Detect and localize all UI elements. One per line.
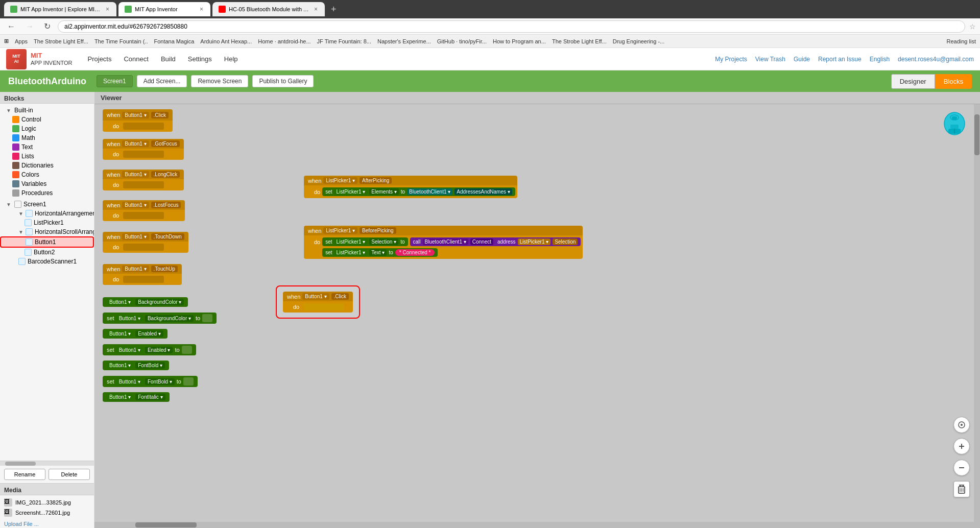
blocks-mode-button[interactable]: Blocks	[935, 74, 972, 89]
bookmark-1[interactable]: The Strobe Light Eff...	[34, 38, 88, 44]
bookmark-9[interactable]: How to Program an...	[493, 38, 546, 44]
sidebar-item-procedures[interactable]: Procedures	[0, 188, 94, 198]
button1-item[interactable]: Button1	[0, 236, 94, 248]
delete-button[interactable]: Delete	[49, 469, 90, 480]
rename-button[interactable]: Rename	[4, 469, 45, 480]
horizontal-arranger-item[interactable]: ▼ HorizontalArrangemer	[0, 209, 94, 218]
nav-build[interactable]: Build	[156, 53, 181, 65]
bookmark-icon[interactable]: ☆	[969, 22, 976, 31]
bookmark-7[interactable]: Napster's Experime...	[377, 38, 431, 44]
procs-label: Procedures	[21, 189, 53, 197]
btn1-chip-5: Button1 ▾	[122, 233, 149, 240]
tab3-close[interactable]: ×	[313, 6, 319, 13]
block-button1-gotfocus[interactable]: when Button1 ▾ .GotFocus do	[103, 139, 184, 160]
to-label-3: to	[177, 378, 181, 385]
tab-1[interactable]: MIT App Inventor | Explore MIT ... ×	[4, 2, 116, 16]
colors-icon	[12, 171, 19, 178]
block-btn1-enabled-setter[interactable]: set Button1 ▾ Enabled ▾ to	[103, 344, 196, 355]
do-slot-h	[303, 303, 344, 310]
block-button1-lostfocus[interactable]: when Button1 ▾ .LostFocus do	[103, 200, 185, 221]
btn1-fontbold-chip: Button1 ▾	[107, 362, 133, 369]
nav-help[interactable]: Help	[219, 53, 243, 65]
bookmark-10[interactable]: The Strobe Light Eff...	[552, 38, 607, 44]
tree-scrollbar[interactable]	[0, 461, 94, 466]
block-btn1-bgcolor-getter[interactable]: Button1 ▾ BackgroundColor ▾	[103, 297, 188, 307]
report-link[interactable]: Report an Issue	[818, 56, 862, 63]
block-btn1-fontbold-getter[interactable]: Button1 ▾ FontBold ▾	[103, 361, 169, 370]
bookmark-11[interactable]: Drug Engineering -...	[613, 38, 665, 44]
zoom-in-button[interactable]	[953, 438, 970, 454]
canvas-vscrollbar[interactable]	[974, 104, 980, 522]
upload-file-link[interactable]: Upload File ...	[0, 520, 94, 528]
project-name: BluetoothArduino	[8, 76, 86, 87]
btn2-label: Button2	[34, 249, 55, 256]
bookmark-3[interactable]: Fontana Magica	[154, 38, 194, 44]
reading-list[interactable]: Reading list	[947, 38, 976, 44]
media-item-2[interactable]: 🖼 Screensht...72601.jpg	[4, 508, 90, 518]
reload-button[interactable]: ↻	[41, 20, 54, 32]
sidebar-item-logic[interactable]: Logic	[0, 124, 94, 133]
designer-mode-button[interactable]: Designer	[891, 74, 935, 89]
when-label-5: when	[107, 234, 120, 240]
tab3-favicon	[219, 6, 226, 13]
button2-item[interactable]: Button2	[0, 248, 94, 257]
builtin-group[interactable]: ▼ Built-in	[0, 106, 94, 115]
horizontal-scroll-item[interactable]: ▼ HorizontalScrollArrang	[0, 227, 94, 236]
sidebar-item-variables[interactable]: Variables	[0, 179, 94, 188]
bookmark-8[interactable]: GitHub · tino/pyFir...	[437, 38, 487, 44]
sidebar-item-text[interactable]: Text	[0, 142, 94, 152]
tab2-close[interactable]: ×	[199, 6, 204, 13]
new-tab-button[interactable]: +	[327, 4, 341, 15]
sidebar-item-colors[interactable]: Colors	[0, 170, 94, 179]
block-btn1-fontitalic-getter[interactable]: Button1 ▾ FontItalic ▾	[103, 392, 170, 402]
publish-gallery-button[interactable]: Publish to Gallery	[252, 75, 314, 87]
block-btn1-enabled-getter[interactable]: Button1 ▾ Enabled ▾	[103, 329, 168, 339]
center-zoom-button[interactable]	[953, 417, 970, 433]
add-screen-button[interactable]: Add Screen...	[137, 75, 187, 87]
backpack-icon	[939, 109, 970, 140]
block-lp1-afterpicking[interactable]: when ListPicker1 ▾ AfterPicking do set L…	[304, 176, 517, 198]
block-lp1-beforepicking[interactable]: when ListPicker1 ▾ BeforePicking do set …	[304, 226, 583, 259]
sidebar-item-lists[interactable]: Lists	[0, 152, 94, 161]
nav-settings[interactable]: Settings	[183, 53, 217, 65]
bookmark-4[interactable]: Arduino Ant Hexap...	[200, 38, 252, 44]
block-button1-touchup[interactable]: when Button1 ▾ .TouchUp do	[103, 264, 182, 285]
canvas-hscrollbar[interactable]	[94, 522, 980, 528]
user-link[interactable]: desent.roses4u@gmail.com	[898, 56, 974, 63]
bookmark-2[interactable]: The Time Fountain (..	[94, 38, 148, 44]
listpicker1-item[interactable]: ListPicker1	[0, 218, 94, 227]
view-trash-link[interactable]: View Trash	[755, 56, 785, 63]
bookmark-6[interactable]: JF Time Fountain: 8...	[317, 38, 371, 44]
nav-projects[interactable]: Projects	[83, 53, 117, 65]
zoom-out-button[interactable]	[953, 460, 970, 476]
block-button1-longclick[interactable]: when Button1 ▾ .LongClick do	[103, 170, 184, 190]
block-button1-touchdown[interactable]: when Button1 ▾ .TouchDown do	[103, 232, 188, 253]
back-button[interactable]: ←	[4, 21, 18, 32]
block-button1-click-highlighted[interactable]: when Button1 ▾ .Click do	[276, 285, 360, 319]
remove-screen-button[interactable]: Remove Screen	[191, 75, 248, 87]
barcode-scanner-item[interactable]: BarcodeScanner1	[0, 257, 94, 266]
media-item-1[interactable]: 🖼 IMG_2021...33825.jpg	[4, 497, 90, 508]
tab-3[interactable]: HC-05 Bluetooth Module with A... ×	[212, 2, 325, 16]
my-projects-link[interactable]: My Projects	[715, 56, 747, 63]
address-bar[interactable]	[58, 20, 965, 33]
guide-link[interactable]: Guide	[794, 56, 810, 63]
bookmark-5[interactable]: Home · antdroid-he...	[258, 38, 310, 44]
language-link[interactable]: English	[870, 56, 890, 63]
blocks-canvas[interactable]: when Button1 ▾ .Click do when Button1 ▾ …	[94, 104, 980, 528]
sidebar-item-control[interactable]: Control	[0, 115, 94, 124]
bookmark-apps[interactable]: Apps	[15, 38, 28, 44]
trash-button[interactable]	[953, 481, 970, 497]
screen1-button[interactable]: Screen1	[97, 75, 133, 87]
sidebar-item-math[interactable]: Math	[0, 133, 94, 142]
nav-connect[interactable]: Connect	[118, 53, 153, 65]
tab1-close[interactable]: ×	[105, 6, 110, 13]
block-btn1-bgcolor-setter[interactable]: set Button1 ▾ BackgroundColor ▾ to	[103, 313, 217, 324]
tab-2[interactable]: MIT App Inventor ×	[118, 2, 210, 16]
sidebar-item-dictionaries[interactable]: Dictionaries	[0, 161, 94, 170]
screen1-group[interactable]: ▼ Screen1	[0, 200, 94, 209]
forward-button[interactable]: →	[22, 21, 37, 32]
block-button1-click[interactable]: when Button1 ▾ .Click do	[103, 109, 173, 132]
connect-method: Connect	[470, 238, 493, 245]
block-btn1-fontbold-setter[interactable]: set Button1 ▾ FontBold ▾ to	[103, 376, 198, 387]
